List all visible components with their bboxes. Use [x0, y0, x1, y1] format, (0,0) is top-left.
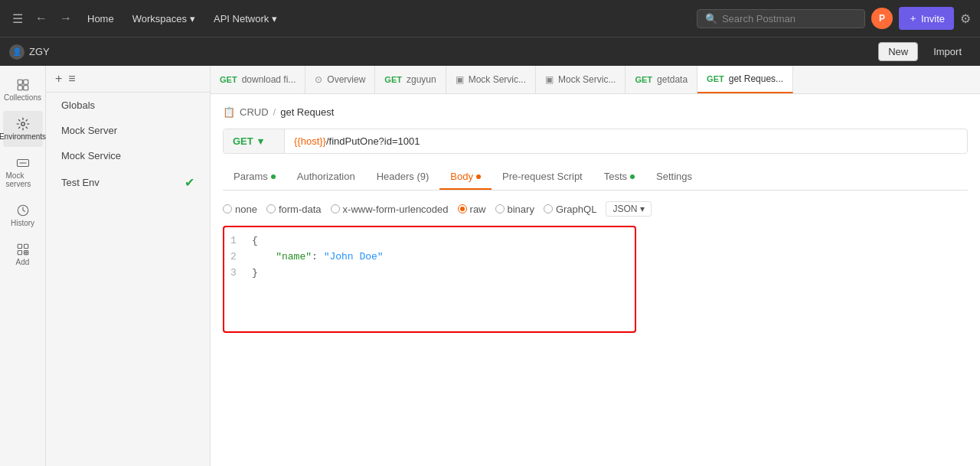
body-option-none[interactable]: none [223, 204, 257, 215]
collections-label: Collections [4, 93, 41, 102]
main-layout: Collections Environments Mock servers Hi… [0, 66, 980, 466]
tabs-bar: GET download fi... ⊙ Overview GET zguyun… [211, 66, 980, 94]
json-arrow-icon: ▾ [640, 204, 645, 214]
search-placeholder: Search Postman [722, 13, 795, 24]
env-item-test-env-label: Test Env [61, 177, 100, 188]
forward-icon[interactable]: → [57, 8, 75, 28]
svg-rect-8 [18, 244, 21, 248]
svg-rect-2 [18, 86, 22, 90]
radio-circle-urlencoded [331, 204, 340, 213]
tab-label: Mock Servic... [558, 74, 616, 85]
code-colon: : [312, 251, 324, 262]
svg-rect-0 [18, 80, 22, 84]
tab-method-get: GET [635, 75, 652, 84]
req-tab-headers[interactable]: Headers (9) [366, 165, 440, 190]
api-network-button[interactable]: API Network ▾ [207, 10, 283, 28]
code-editor[interactable]: 1 { 2 "name": "John Doe" 3 } [223, 226, 636, 333]
tests-label: Tests [604, 171, 627, 182]
url-variable: {{host}} [294, 135, 326, 147]
top-nav: ☰ ← → Home Workspaces ▾ API Network ▾ 🔍 … [0, 0, 980, 37]
req-tabs: Params Authorization Headers (9) Body Pr… [223, 165, 968, 191]
none-label: none [235, 204, 257, 215]
home-button[interactable]: Home [81, 10, 120, 28]
env-item-test-env[interactable]: Test Env ✔ [49, 169, 207, 196]
sidebar-item-history[interactable]: History [3, 197, 43, 233]
svg-point-4 [21, 122, 24, 126]
tab-mock-servic-1[interactable]: ▣ Mock Servic... [446, 66, 536, 93]
req-tab-tests[interactable]: Tests [593, 165, 645, 190]
sidebar-item-add[interactable]: Add [3, 236, 43, 272]
hamburger-icon[interactable]: ☰ [9, 8, 26, 29]
tab-download[interactable]: GET download fi... [211, 66, 305, 93]
radio-circle-form-data [266, 204, 276, 213]
add-env-icon[interactable]: + [55, 72, 62, 86]
postman-avatar: P [871, 8, 893, 29]
tab-overview[interactable]: ⊙ Overview [305, 66, 375, 93]
settings-icon[interactable]: ⚙ [960, 11, 971, 26]
headers-label: Headers (9) [377, 171, 430, 182]
body-dot [476, 174, 481, 179]
tab-label: Mock Servic... [469, 74, 526, 85]
breadcrumb-current: get Request [280, 106, 334, 118]
search-bar[interactable]: 🔍 Search Postman [697, 9, 865, 28]
params-label: Params [234, 171, 268, 182]
tests-dot [630, 174, 635, 179]
body-label: Body [450, 171, 473, 182]
environments-label: Environments [0, 132, 46, 141]
new-button[interactable]: New [878, 42, 918, 61]
req-tab-authorization[interactable]: Authorization [286, 165, 366, 190]
import-button[interactable]: Import [924, 43, 971, 60]
req-tab-params[interactable]: Params [223, 165, 286, 190]
line-number: 2 [230, 249, 243, 266]
tab-method-get: GET [384, 75, 402, 84]
method-select[interactable]: GET ▾ [224, 129, 285, 153]
sidebar-item-mock-servers[interactable]: Mock servers [3, 150, 43, 194]
request-area: 📋 CRUD / get Request GET ▾ {{host}}/find… [211, 94, 980, 466]
body-option-binary[interactable]: binary [495, 204, 534, 215]
new-label: New [888, 46, 908, 57]
tab-zguyun[interactable]: GET zguyun [375, 66, 446, 93]
history-icon [16, 204, 30, 217]
chevron-down-icon: ▾ [272, 13, 277, 24]
workspaces-button[interactable]: Workspaces ▾ [126, 10, 201, 28]
req-tab-settings[interactable]: Settings [645, 165, 703, 190]
body-option-raw[interactable]: raw [458, 204, 486, 215]
radio-circle-binary [495, 204, 505, 213]
filter-icon[interactable]: ≡ [68, 72, 75, 86]
code-content: "name": "John Doe" [252, 249, 384, 266]
urlencoded-label: x-www-form-urlencoded [343, 204, 449, 215]
breadcrumb-collection: CRUD [240, 106, 269, 118]
binary-label: binary [508, 204, 534, 215]
env-item-mock-server[interactable]: Mock Server [49, 119, 207, 142]
left-panel: + ≡ Globals Mock Server Mock Service Tes… [46, 66, 211, 466]
checkmark-icon: ✔ [185, 175, 194, 190]
sidebar-item-environments[interactable]: Environments [3, 111, 43, 147]
overview-icon: ⊙ [315, 74, 322, 85]
body-option-form-data[interactable]: form-data [266, 204, 322, 215]
import-label: Import [933, 46, 962, 57]
tab-getdata[interactable]: GET getdata [626, 66, 697, 93]
sidebar-item-collections[interactable]: Collections [3, 72, 43, 108]
json-selector[interactable]: JSON ▾ [606, 201, 652, 217]
body-option-graphql[interactable]: GraphQL [544, 204, 596, 215]
invite-label: Invite [921, 13, 945, 24]
workspaces-label: Workspaces [132, 13, 187, 24]
indent [252, 251, 276, 262]
env-item-mock-service[interactable]: Mock Service [49, 144, 207, 168]
tab-mock-servic-2[interactable]: ▣ Mock Servic... [536, 66, 626, 93]
back-icon[interactable]: ← [32, 8, 51, 28]
req-tab-pre-request[interactable]: Pre-request Script [492, 165, 593, 190]
raw-label: raw [470, 204, 486, 215]
env-item-globals[interactable]: Globals [49, 93, 207, 117]
method-label: GET [233, 135, 253, 147]
svg-rect-9 [24, 244, 28, 248]
url-input[interactable]: {{host}}/findPutOne?id=1001 [285, 129, 967, 153]
api-network-label: API Network [214, 13, 269, 24]
history-label: History [11, 219, 34, 227]
body-option-urlencoded[interactable]: x-www-form-urlencoded [331, 204, 449, 215]
left-panel-header: + ≡ [46, 66, 210, 93]
req-tab-body[interactable]: Body [439, 165, 492, 190]
invite-button[interactable]: ＋ Invite [899, 7, 954, 30]
tab-label: download fi... [242, 74, 296, 85]
tab-get-request[interactable]: GET get Reques... [697, 66, 793, 93]
